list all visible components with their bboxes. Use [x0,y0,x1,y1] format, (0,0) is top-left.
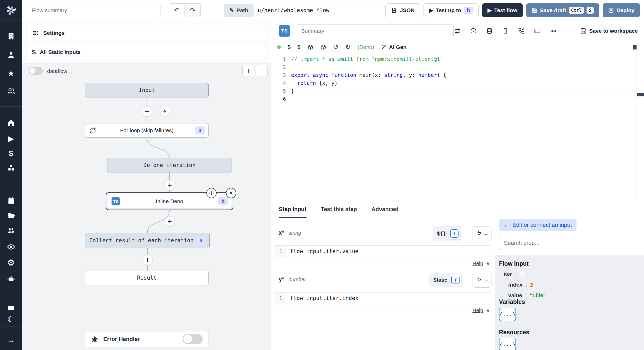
gauge-icon[interactable] [470,28,477,34]
save-to-workspace-button[interactable]: Save to workspace [580,21,638,41]
repeat-icon[interactable] [454,28,461,34]
sidebar-item-runs[interactable]: ▶ [0,134,22,144]
flow-node-inline-deno-selected[interactable]: TS Inline Deno b [106,192,233,210]
sidebar-item-workspace[interactable] [0,31,22,41]
dataflow-toggle[interactable] [29,67,43,75]
windmill-flow-editor: ↶ ↷ ✎ Path JSON ▶ Test up to b ▶ [0,0,644,350]
bed-icon[interactable] [534,28,540,34]
sidebar-item-schedules[interactable] [0,196,22,206]
code-content[interactable]: // import * as wmill from "npm:windmill-… [291,55,446,103]
field-y-connect-button[interactable]: → [472,273,492,288]
package-icon[interactable] [307,44,313,50]
flow-node-result[interactable]: Result [85,271,209,285]
sidebar-item-audit-logs[interactable] [0,242,22,252]
add-step-button[interactable] [142,106,152,117]
undo-button[interactable]: ↶ [169,4,185,17]
sidebar-item-variables[interactable]: $ [0,148,22,159]
step-id-badge: b [218,197,228,205]
library-book-icon[interactable] [632,44,638,50]
delete-step-button[interactable] [226,188,236,198]
sidebar-item-home[interactable] [0,118,22,128]
flow-settings-button[interactable]: Settings [27,25,266,41]
refresh-icon[interactable]: ↻ [345,43,351,51]
test-flow-button[interactable]: ▶ Test flow [482,3,523,17]
test-up-to-button[interactable]: ▶ Test up to b [423,3,478,17]
field-x-expression-editor[interactable]: 1 flow_input.iter.value [275,245,491,257]
flow-node-forloop[interactable]: For loop (skip failures) a [85,123,209,138]
path-edit-button[interactable]: ✎ Path [224,4,253,17]
flow-node-input[interactable]: Input [85,83,209,97]
dataflow-label: dataflow [47,68,67,74]
prop-search-input[interactable] [499,236,644,250]
save-draft-button[interactable]: Save draft Ctrl S [526,3,599,17]
error-handler-toggle[interactable] [183,334,203,344]
prop-row-iter[interactable]: iter : - [504,271,527,277]
step-tabs: Step Input Test this step Advanced [271,201,495,218]
add-step-button[interactable] [165,216,175,227]
flow-summary-input[interactable] [27,4,160,17]
sidebar-item-folders[interactable] [0,210,22,221]
tab-step-input[interactable]: Step Input [279,206,307,218]
json-button[interactable]: JSON [386,3,420,17]
step-summary-input[interactable] [297,24,454,37]
collapse-button[interactable]: - [520,271,527,277]
database-icon[interactable] [486,28,493,34]
close-icon [229,191,233,195]
prop-row-index[interactable]: index : 2 [508,282,533,288]
flow-node-collect[interactable]: Collect result of each iteration a [85,233,210,248]
edit-or-connect-button[interactable]: ← Edit or connect an input [499,219,577,231]
code-editor[interactable]: 1 2 3 4 5 6 // import * as wmill from "n… [271,53,644,201]
sidebar-item-ai[interactable] [0,274,22,284]
voicemail-icon[interactable] [550,28,556,34]
phone-incoming-icon[interactable] [518,28,524,34]
field-y-expression-editor[interactable]: 1 flow_input.iter.index [275,292,491,304]
book-open-icon [7,304,15,312]
javascript-mode-button[interactable]: f [450,274,461,286]
static-mode-button[interactable]: Static [433,277,447,283]
add-step-button[interactable] [142,255,153,265]
zoom-in-button[interactable]: + [242,65,254,77]
dollar-icon[interactable]: $ [287,44,291,51]
sidebar-item-resources[interactable] [0,163,22,173]
sidebar-collapse-button[interactable]: → [0,335,22,345]
zoom-out-button[interactable]: − [256,65,268,77]
all-static-inputs-button[interactable]: $ All Static Inputs [27,44,266,60]
sidebar-item-favorites[interactable]: ★ [0,68,22,79]
javascript-mode-button[interactable]: f [449,228,460,239]
field-y-help[interactable]: Help∨ [472,307,490,313]
redo-button[interactable]: ↷ [184,4,200,17]
window-icon[interactable] [502,28,509,34]
test-flow-label: Test flow [494,7,517,13]
flow-node-iteration[interactable]: Do one iteration [107,158,232,172]
resources-object-button[interactable]: {...} [499,338,516,350]
sidebar-item-groups[interactable] [0,226,22,236]
field-x-connect-button[interactable]: → [472,226,492,241]
windmill-logo[interactable] [0,0,22,21]
prop-picker-panel: ← Edit or connect an input Flow Input it… [495,201,644,350]
expression-text: flow_input.iter.index [286,295,359,301]
path-input[interactable] [253,4,386,17]
field-x-help[interactable]: Help∨ [472,260,490,266]
dollar-icon[interactable]: $ [297,44,300,51]
sidebar-item-settings[interactable]: ⚙ [0,257,22,268]
sidebar-item-user[interactable] [0,50,22,60]
variables-object-button[interactable]: {...} [499,308,516,321]
add-step-button[interactable] [165,180,175,190]
add-trigger-button[interactable] [160,106,170,116]
tab-advanced[interactable]: Advanced [371,206,399,218]
ai-gen-button[interactable]: AI Gen [381,44,406,50]
tab-test-this-step[interactable]: Test this step [321,206,357,218]
template-mode-button[interactable]: ${} [437,230,446,237]
sidebar-item-theme[interactable]: ☾ [0,314,22,324]
move-step-button[interactable] [206,188,217,198]
sidebar-item-members[interactable] [0,86,22,96]
sidebar-item-docs[interactable] [0,303,22,313]
variables-title: Variables [499,298,525,305]
package-icon[interactable] [320,44,326,50]
deploy-button[interactable]: Deploy [603,3,640,17]
rotate-ccw-icon[interactable]: ↺ [333,43,339,51]
undo-icon: ↶ [174,6,180,14]
prop-row-value[interactable]: value : "Lille" [508,292,546,298]
minimap-slider[interactable] [637,93,644,96]
minimap[interactable] [637,53,637,201]
